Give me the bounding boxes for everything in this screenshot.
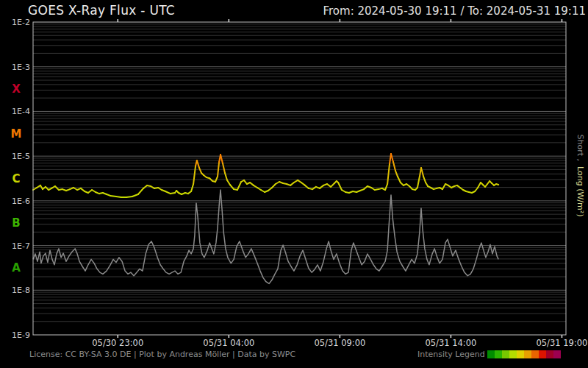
long-flux-curve-segment <box>223 163 225 173</box>
long-flux-curve-segment <box>417 177 420 188</box>
legend-color-block <box>553 350 561 358</box>
short-flux-curve <box>33 190 498 283</box>
long-flux-curve-segment <box>126 197 132 197</box>
y-tick-label: 1E-7 <box>0 241 30 251</box>
y-tick-label: 1E-9 <box>0 330 30 340</box>
short-series-label: Short <box>576 135 585 157</box>
goes-xray-flux-page: { "header": { "title": "GOES X-Ray Flux … <box>0 0 588 368</box>
legend-color-block <box>502 350 509 358</box>
long-flux-curve-segment <box>338 183 342 190</box>
long-flux-curve-segment <box>331 183 334 187</box>
class-letter-a: A <box>6 261 26 275</box>
legend-color-block <box>531 350 539 358</box>
intensity-legend-gradient <box>487 350 561 358</box>
y-tick-label: 1E-5 <box>0 152 30 161</box>
legend-color-block <box>539 350 546 358</box>
long-flux-curve-segment <box>215 177 218 182</box>
intensity-legend-label: Intensity Legend <box>417 350 485 359</box>
x-tick-label: 05/31 14:00 <box>410 338 491 348</box>
long-flux-curve-segment <box>496 184 498 185</box>
y-tick-label: 1E-4 <box>0 107 30 116</box>
class-letter-b: B <box>6 216 26 230</box>
long-flux-curve-segment <box>55 186 59 190</box>
long-flux-curve-segment <box>385 184 387 190</box>
long-flux-curve-segment <box>138 188 143 194</box>
long-flux-curve-segment <box>227 180 230 185</box>
legend-color-block <box>546 350 553 358</box>
legend-color-block <box>524 350 531 358</box>
xray-flux-chart <box>0 0 588 368</box>
legend-color-block <box>495 350 502 358</box>
long-series-label: Long (W/m²) <box>576 166 585 216</box>
class-letter-c: C <box>6 172 26 185</box>
intensity-legend: Intensity Legend <box>417 350 561 359</box>
right-axis-label: Short , Long (W/m²) <box>576 99 585 253</box>
class-letter-m: M <box>6 127 26 141</box>
long-flux-curve-segment <box>478 183 481 188</box>
y-tick-label: 1E-3 <box>0 63 30 72</box>
legend-color-block <box>517 350 524 358</box>
long-flux-curve-segment <box>218 162 219 177</box>
long-flux-curve-segment <box>442 184 445 189</box>
long-flux-curve-segment <box>421 168 423 177</box>
axis-label-separator: , <box>576 156 585 166</box>
long-flux-curve-segment <box>132 194 138 197</box>
long-flux-curve-segment <box>423 177 426 183</box>
y-tick-label: 1E-6 <box>0 197 30 206</box>
long-flux-curve-segment <box>230 185 234 189</box>
legend-color-block <box>487 350 495 358</box>
legend-color-block <box>509 350 517 358</box>
long-flux-curve-segment <box>110 196 116 197</box>
class-letter-x: X <box>6 82 26 96</box>
long-flux-curve-segment <box>193 166 196 184</box>
y-tick-label: 1E-2 <box>0 18 30 27</box>
license-text: License: CC BY-SA 3.0 DE | Plot by Andre… <box>29 350 295 359</box>
x-tick-label: 05/31 19:00 <box>521 338 588 348</box>
x-tick-label: 05/31 09:00 <box>299 338 380 348</box>
x-tick-label: 05/31 04:00 <box>188 338 269 348</box>
long-flux-curve-segment <box>199 168 201 173</box>
long-flux-curve-segment <box>165 191 171 194</box>
y-tick-label: 1E-8 <box>0 286 30 295</box>
x-tick-label: 05/30 23:00 <box>77 338 158 348</box>
long-flux-curve-segment <box>237 182 241 190</box>
long-flux-curve-segment <box>197 160 199 168</box>
time-range-label: From: 2024-05-30 19:11 / To: 2024-05-31 … <box>323 4 586 18</box>
long-flux-curve-segment <box>116 197 121 197</box>
long-flux-curve-segment <box>395 171 398 177</box>
page-title: GOES X-Ray Flux - UTC <box>28 3 175 18</box>
